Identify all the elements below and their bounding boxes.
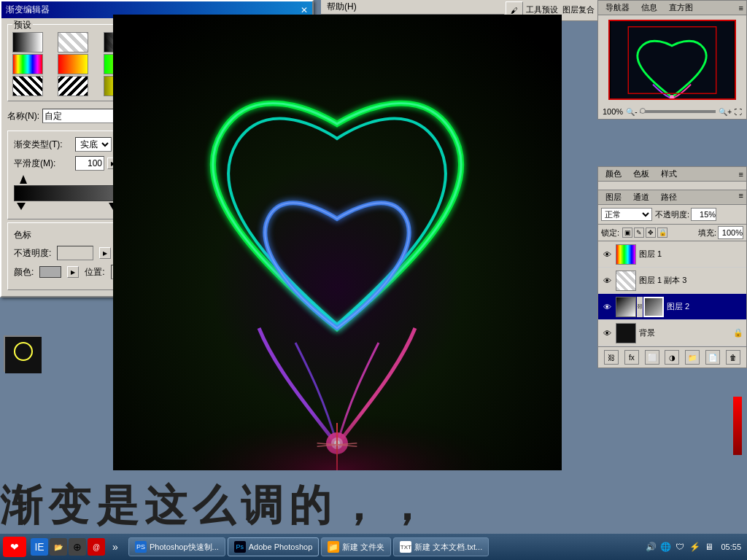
opacity-label: 不透明度: (655, 209, 689, 220)
fill-input[interactable] (718, 226, 743, 239)
layers-bottom-bar: ⛓ fx ⬜ ◑ 📁 📄 🗑 (598, 346, 746, 368)
blend-mode-select[interactable]: 正常 溶解 正片叠底 (601, 208, 652, 221)
taskbar-item-folder[interactable]: 📁 新建 文件夹 (321, 537, 391, 556)
layer-copy3-name: 图层 1 副本 3 (639, 275, 743, 286)
preset-item-14[interactable] (58, 76, 88, 96)
opacity-stop-input[interactable] (57, 246, 93, 260)
layer-1-visibility[interactable]: 👁 (601, 249, 613, 260)
smoothness-label: 平滑度(M): (14, 158, 72, 170)
preset-item-13[interactable] (12, 76, 43, 96)
layer-2-thumb (616, 297, 636, 317)
txt-icon: TXT (400, 541, 411, 553)
color-stop-left[interactable] (17, 203, 26, 210)
layer-comp-tab[interactable]: 图层复合 (561, 1, 596, 19)
channels-tab[interactable]: 通道 (629, 191, 654, 203)
folder-icon: 📁 (328, 541, 339, 553)
zoom-level: 100% (603, 107, 623, 116)
color-swatch[interactable] (39, 266, 61, 278)
zoom-controls: 🔍- 🔍+ ⛶ (626, 108, 742, 116)
gradient-type-select[interactable]: 实底 杂色 (75, 137, 112, 152)
lock-transparent-icon[interactable]: ▣ (622, 228, 632, 238)
taskbar-icon-2[interactable]: 📂 (50, 538, 67, 556)
taskbar-item-ps-quick[interactable]: PS Photoshop快速制... (128, 537, 225, 556)
layers-menu-icon[interactable]: ≡ (739, 191, 743, 203)
heart-canvas-area (113, 15, 562, 470)
layer-2-mask-group: ⛓ (616, 297, 664, 317)
lock-row: 锁定: ▣ ✎ ✥ 🔒 填充: (598, 225, 746, 241)
dialog-close-btn[interactable]: ✕ (301, 5, 308, 15)
color-tab[interactable]: 颜色 (601, 168, 626, 180)
new-group-btn[interactable]: 📁 (685, 350, 700, 365)
layers-panel: 图层 通道 路径 ≡ 正常 溶解 正片叠底 不透明度: 锁定: ▣ ✎ ✥ 🔒 … (597, 190, 747, 368)
show-desktop-icon[interactable]: 🖥 (703, 541, 715, 553)
layer-item-copy3[interactable]: 👁 图层 1 副本 3 (598, 268, 746, 294)
position2-label: 位置: (85, 266, 104, 279)
layer-1-name: 图层 1 (639, 249, 743, 260)
layer-item-2[interactable]: 👁 ⛓ 图层 2 (598, 294, 746, 320)
add-style-btn[interactable]: fx (624, 350, 639, 365)
nav-menu-icon[interactable]: ≡ (739, 4, 743, 12)
link-layers-btn[interactable]: ⛓ (604, 350, 619, 365)
taskbar-item-adobe-ps[interactable]: Ps Adobe Photoshop (228, 537, 319, 556)
taskbar-item-txt[interactable]: TXT 新建 文本文档.txt... (393, 537, 489, 556)
opacity-stop-left[interactable] (20, 175, 27, 184)
layer-bg-visibility[interactable]: 👁 (601, 327, 613, 339)
add-mask-btn[interactable]: ⬜ (645, 350, 659, 365)
layer-items-container: 👁 图层 1 👁 图层 1 副本 3 👁 ⛓ 图层 2 👁 背景 🔒 (598, 241, 746, 346)
new-adjustment-btn[interactable]: ◑ (665, 350, 679, 365)
layer-copy3-visibility[interactable]: 👁 (601, 275, 613, 287)
layer-item-bg[interactable]: 👁 背景 🔒 (598, 320, 746, 346)
taskbar-quick-launch: IE 📂 ⊕ @ » (31, 538, 124, 556)
preset-item-8[interactable] (58, 54, 88, 74)
layer-item-1[interactable]: 👁 图层 1 (598, 241, 746, 268)
taskbar-icon-4[interactable]: @ (88, 538, 105, 556)
svg-rect-10 (611, 21, 734, 98)
tray-icon-4[interactable]: ⚡ (689, 541, 700, 553)
tray-icon-2[interactable]: 🌐 (659, 541, 671, 553)
zoom-thumb[interactable] (640, 108, 646, 114)
preset-item-1[interactable] (12, 32, 43, 52)
taskbar-icon-3[interactable]: ⊕ (69, 538, 86, 556)
dialog-title-text: 渐变编辑器 (6, 4, 50, 16)
smoothness-input[interactable] (75, 156, 104, 171)
layer-2-visibility[interactable]: 👁 (601, 301, 613, 313)
styles-tab[interactable]: 样式 (657, 168, 681, 180)
layer-2-name: 图层 2 (667, 301, 743, 312)
preset-label: 预设 (12, 19, 33, 31)
zoom-in-icon[interactable]: 🔍+ (719, 108, 732, 116)
zoom-slider[interactable] (640, 110, 716, 113)
start-button[interactable]: ❤ (3, 537, 26, 557)
tray-icon-3[interactable]: 🛡 (674, 541, 686, 553)
lock-move-icon[interactable]: ✥ (646, 228, 656, 238)
taskbar-icon-5[interactable]: » (107, 538, 124, 556)
histogram-tab[interactable]: 直方图 (665, 1, 697, 14)
layer-1-thumb (616, 244, 636, 265)
layers-tab[interactable]: 图层 (601, 191, 626, 203)
lock-all-icon[interactable]: 🔒 (657, 228, 667, 238)
paths-tab[interactable]: 路径 (657, 191, 681, 203)
opacity-arrow[interactable]: ▶ (99, 247, 111, 259)
delete-layer-btn[interactable]: 🗑 (726, 350, 740, 365)
zoom-out-icon[interactable]: 🔍- (626, 108, 637, 116)
full-screen-icon[interactable]: ⛶ (735, 108, 742, 116)
tray-icon-1[interactable]: 🔊 (645, 541, 657, 553)
info-tab[interactable]: 信息 (637, 1, 662, 14)
swatches-tab[interactable]: 色板 (629, 168, 654, 180)
layer-bg-name: 背景 (639, 327, 730, 338)
preset-item-7[interactable] (12, 54, 43, 74)
taskbar-icon-1[interactable]: IE (31, 538, 48, 556)
navigator-tab[interactable]: 导航器 (601, 1, 634, 14)
color-arrow[interactable]: ▶ (67, 266, 79, 278)
navigator-panel: 导航器 信息 直方图 ≡ 100% 🔍- 🔍+ ⛶ (597, 0, 747, 120)
fill-label: 填充: (698, 228, 716, 238)
opacity-input[interactable] (691, 208, 716, 221)
system-time: 05:55 (718, 541, 744, 553)
opacity-field: 不透明度: (655, 208, 716, 221)
new-layer-btn[interactable]: 📄 (705, 350, 720, 365)
menu-help[interactable]: 帮助(H) (327, 1, 357, 13)
lock-paint-icon[interactable]: ✎ (634, 228, 644, 238)
color-stop-label: 颜色: (14, 266, 34, 279)
system-tray: 🔊 🌐 🛡 ⚡ 🖥 05:55 (645, 541, 744, 553)
preset-item-2[interactable] (58, 32, 88, 52)
color-menu-icon[interactable]: ≡ (739, 170, 743, 179)
